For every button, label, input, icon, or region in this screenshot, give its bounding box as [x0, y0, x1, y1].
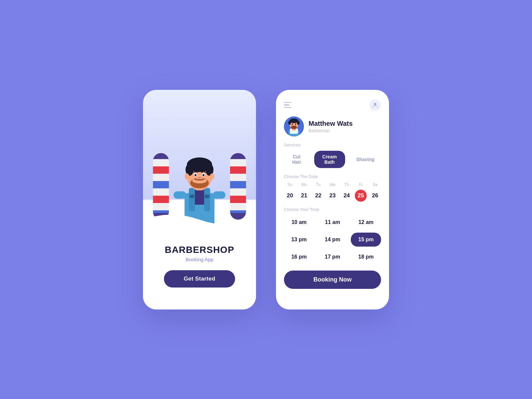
- svg-rect-21: [213, 191, 225, 199]
- barber-avatar: [284, 116, 304, 136]
- time-label: Choose Your Time: [284, 207, 381, 212]
- date-label: Choose The Date: [284, 174, 381, 179]
- booking-footer: Booking Now: [276, 271, 389, 297]
- day-mo: Mo: [298, 182, 310, 187]
- time-17pm[interactable]: 17 pm: [318, 250, 348, 264]
- svg-rect-2: [189, 188, 195, 211]
- get-started-button[interactable]: Get Started: [164, 270, 235, 288]
- svg-point-16: [195, 174, 197, 176]
- time-14pm[interactable]: 14 pm: [318, 233, 348, 247]
- day-we: We: [327, 182, 338, 187]
- service-cream-bath[interactable]: Cream Bath: [314, 151, 345, 168]
- svg-point-13: [210, 173, 214, 179]
- svg-point-30: [297, 121, 300, 125]
- time-10am[interactable]: 10 am: [284, 215, 314, 229]
- service-cut-hair[interactable]: Cut Hair: [284, 151, 310, 168]
- svg-point-12: [185, 173, 189, 179]
- hamburger-menu-icon[interactable]: [284, 102, 291, 108]
- svg-rect-5: [205, 195, 209, 198]
- day-headers-row: Su Mo Tu We Th Fr Sa: [284, 182, 381, 187]
- profile-icon[interactable]: [369, 99, 381, 111]
- svg-point-32: [292, 123, 293, 125]
- time-11am[interactable]: 11 am: [318, 215, 348, 229]
- date-23[interactable]: 23: [327, 190, 338, 202]
- day-tu: Tu: [312, 182, 324, 187]
- wave-divider: [143, 210, 256, 230]
- booking-now-button[interactable]: Booking Now: [284, 271, 381, 289]
- svg-rect-4: [190, 195, 194, 198]
- splash-background: [143, 90, 256, 230]
- time-12am[interactable]: 12 am: [351, 215, 381, 229]
- dates-row: 20 21 22 23 24 25 26: [284, 190, 381, 202]
- time-section: Choose Your Time 10 am 11 am 12 am 13 pm…: [276, 207, 389, 264]
- day-th: Th: [341, 182, 353, 187]
- splash-bottom: BARBERSHOP Booking App Get Started: [143, 230, 256, 309]
- day-sa: Sa: [369, 182, 381, 187]
- services-label: Services: [276, 142, 389, 147]
- date-21[interactable]: 21: [298, 190, 310, 202]
- time-18pm[interactable]: 18 pm: [351, 250, 381, 264]
- svg-point-29: [288, 121, 291, 125]
- barber-info-section: Matthew Wats Barberman: [276, 116, 389, 142]
- date-22[interactable]: 22: [312, 190, 324, 202]
- time-13pm[interactable]: 13 pm: [284, 233, 314, 247]
- svg-rect-3: [204, 188, 210, 211]
- svg-point-22: [374, 103, 376, 105]
- app-title: BARBERSHOP: [165, 245, 234, 255]
- date-25-selected[interactable]: 25: [355, 190, 367, 202]
- day-fr: Fr: [355, 182, 367, 187]
- date-section: Choose The Date Su Mo Tu We Th Fr Sa 20 …: [276, 174, 389, 202]
- booking-header: [276, 90, 389, 116]
- barber-details: Matthew Wats Barberman: [309, 120, 353, 133]
- services-row: Cut Hair Cream Bath Shaving: [276, 151, 389, 168]
- svg-point-17: [202, 174, 204, 176]
- date-24[interactable]: 24: [341, 190, 353, 202]
- date-20[interactable]: 20: [284, 190, 296, 202]
- svg-point-19: [192, 178, 207, 183]
- service-shaving[interactable]: Shaving: [350, 153, 381, 165]
- app-subtitle: Booking App: [186, 257, 213, 262]
- svg-rect-20: [174, 191, 186, 199]
- day-su: Su: [284, 182, 296, 187]
- svg-point-33: [295, 123, 296, 125]
- time-grid: 10 am 11 am 12 am 13 pm 14 pm 15 pm 16 p…: [284, 215, 381, 264]
- left-phone: BARBERSHOP Booking App Get Started: [143, 90, 256, 309]
- right-phone: Matthew Wats Barberman Services Cut Hair…: [276, 90, 389, 309]
- barber-role: Barberman: [309, 128, 353, 133]
- time-16pm[interactable]: 16 pm: [284, 250, 314, 264]
- time-15pm-selected[interactable]: 15 pm: [351, 233, 381, 247]
- barber-name: Matthew Wats: [309, 120, 353, 127]
- date-26[interactable]: 26: [369, 190, 381, 202]
